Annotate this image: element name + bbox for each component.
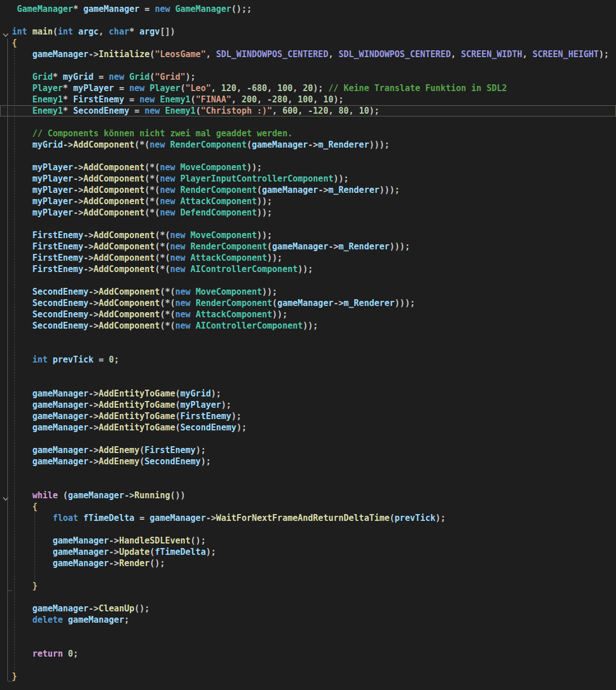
code-line[interactable] [0, 15, 616, 26]
code-line[interactable] [0, 343, 616, 354]
code-line[interactable]: FirstEnemy->AddComponent(*(new AttackCom… [0, 252, 616, 264]
code-line[interactable] [0, 569, 616, 580]
code-line[interactable]: } [0, 580, 616, 592]
code-line[interactable] [0, 592, 616, 603]
code-line[interactable]: SecondEnemy->AddComponent(*(new RenderCo… [0, 297, 616, 309]
code-line[interactable]: GameManager* gameManager = new GameManag… [0, 3, 616, 15]
code-line[interactable]: gameManager->CleanUp(); [0, 603, 616, 614]
code-line[interactable]: SecondEnemy->AddComponent(*(new AttackCo… [0, 309, 616, 320]
code-line-current[interactable]: Enemy1* SecondEnemy = new Enemy1("Christ… [0, 105, 616, 117]
code-line[interactable]: myPlayer->AddComponent(*(new AttackCompo… [0, 196, 616, 207]
code-line[interactable] [0, 467, 616, 478]
code-line[interactable]: Enemy1* FirstEnemy = new Enemy1("FINAA",… [0, 94, 616, 105]
code-line[interactable] [0, 275, 616, 286]
code-line[interactable]: myGrid->AddComponent(*(new RenderCompone… [0, 139, 616, 150]
code-line[interactable] [0, 365, 616, 377]
code-area: GameManager* gameManager = new GameManag… [0, 3, 616, 690]
code-line[interactable] [0, 637, 616, 648]
code-line[interactable]: gameManager->AddEntityToGame(myGrid); [0, 388, 616, 399]
code-line[interactable]: gameManager->AddEnemy(SecondEnemy); [0, 456, 616, 467]
code-line[interactable]: int main(int argc, char* argv[]) [0, 26, 616, 37]
code-line[interactable] [0, 150, 616, 162]
code-line[interactable]: FirstEnemy->AddComponent(*(new AIControl… [0, 264, 616, 275]
code-line[interactable]: gameManager->Update(fTimeDelta); [0, 546, 616, 558]
code-line[interactable] [0, 659, 616, 671]
code-line[interactable]: gameManager->AddEntityToGame(myPlayer); [0, 399, 616, 411]
code-line[interactable]: { [0, 37, 616, 49]
code-line[interactable] [0, 377, 616, 388]
code-line[interactable] [0, 524, 616, 535]
code-line[interactable]: delete gameManager; [0, 614, 616, 626]
code-line[interactable]: gameManager->AddEnemy(FirstEnemy); [0, 445, 616, 456]
code-line[interactable]: gameManager->HandleSDLEvent(); [0, 535, 616, 546]
code-line[interactable]: int prevTick = 0; [0, 354, 616, 365]
code-line[interactable] [0, 682, 616, 690]
code-line[interactable]: Grid* myGrid = new Grid("Grid"); [0, 71, 616, 83]
code-line[interactable]: myPlayer->AddComponent(*(new DefendCompo… [0, 207, 616, 218]
code-line[interactable]: SecondEnemy->AddComponent(*(new AIContro… [0, 320, 616, 331]
code-line[interactable]: gameManager->Render(); [0, 558, 616, 569]
code-line[interactable] [0, 433, 616, 445]
code-line[interactable] [0, 626, 616, 637]
code-line[interactable]: myPlayer->AddComponent(*(new MoveCompone… [0, 162, 616, 173]
code-line[interactable]: gameManager->AddEntityToGame(SecondEnemy… [0, 422, 616, 433]
code-line[interactable] [0, 60, 616, 71]
code-line[interactable] [0, 331, 616, 343]
code-line[interactable]: myPlayer->AddComponent(*(new PlayerInput… [0, 173, 616, 184]
code-line[interactable]: myPlayer->AddComponent(*(new RenderCompo… [0, 184, 616, 196]
code-line[interactable]: SecondEnemy->AddComponent(*(new MoveComp… [0, 286, 616, 297]
code-line[interactable]: FirstEnemy->AddComponent(*(new RenderCom… [0, 241, 616, 252]
code-line[interactable]: { [0, 501, 616, 512]
code-line[interactable]: // Components können nicht zwei mal gead… [0, 128, 616, 139]
code-line[interactable]: return 0; [0, 648, 616, 659]
code-editor: GameManager* gameManager = new GameManag… [0, 0, 616, 690]
code-line[interactable]: while (gameManager->Running()) [0, 490, 616, 501]
code-line[interactable]: } [0, 671, 616, 682]
code-line[interactable]: gameManager->Initialize("LeosGame", SDL_… [0, 49, 616, 60]
code-line[interactable] [0, 117, 616, 128]
code-line[interactable] [0, 218, 616, 230]
code-line[interactable]: FirstEnemy->AddComponent(*(new MoveCompo… [0, 230, 616, 241]
code-line[interactable] [0, 478, 616, 490]
code-line[interactable]: Player* myPlayer = new Player("Leo", 120… [0, 83, 616, 94]
code-line[interactable]: float fTimeDelta = gameManager->WaitForN… [0, 512, 616, 524]
code-line[interactable]: gameManager->AddEntityToGame(FirstEnemy)… [0, 411, 616, 422]
